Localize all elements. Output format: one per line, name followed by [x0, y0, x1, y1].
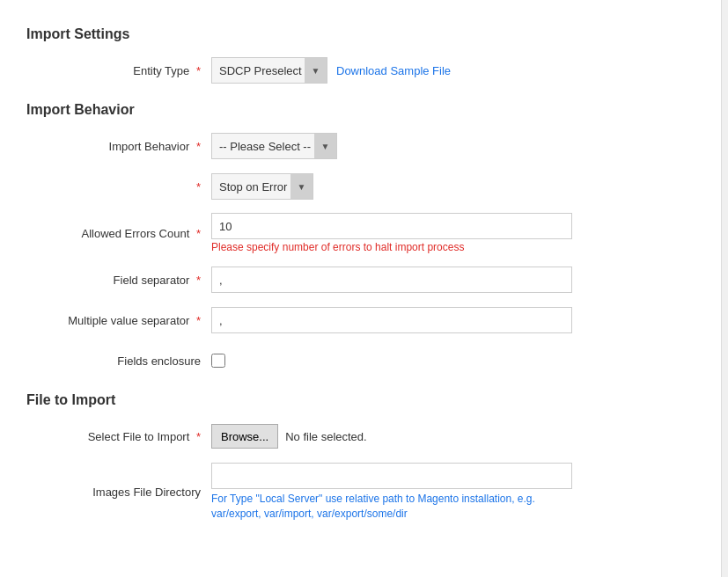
import-behavior-title: Import Behavior: [26, 102, 702, 118]
field-separator-label: Field separator *: [26, 274, 211, 287]
import-settings-section: Import Settings Entity Type * SDCP Prese…: [26, 26, 702, 84]
allowed-errors-label: Allowed Errors Count *: [26, 227, 211, 240]
multiple-value-separator-control: [211, 307, 702, 333]
images-directory-field-wrap: For Type "Local Server" use relative pat…: [211, 463, 572, 522]
entity-type-control: SDCP Preselect ▼ Download Sample File: [211, 57, 702, 84]
import-behavior-section: Import Behavior Import Behavior * -- Ple…: [26, 102, 702, 375]
file-to-import-section: File to Import Select File to Import * B…: [26, 392, 702, 522]
field-separator-row: Field separator *: [26, 266, 702, 294]
multiple-value-separator-row: Multiple value separator *: [26, 306, 702, 334]
import-behavior-control: -- Please Select -- Add/Update Replace D…: [211, 133, 702, 159]
allowed-errors-row: Allowed Errors Count * Please specify nu…: [26, 213, 702, 253]
entity-type-select[interactable]: SDCP Preselect: [211, 57, 327, 84]
import-behavior-row: Import Behavior * -- Please Select -- Ad…: [26, 132, 702, 160]
entity-type-label: Entity Type *: [26, 64, 211, 77]
import-behavior-select[interactable]: -- Please Select -- Add/Update Replace D…: [211, 133, 337, 159]
field-separator-required-star: *: [196, 274, 201, 287]
browse-button[interactable]: Browse...: [211, 424, 278, 449]
stop-on-error-select-wrapper: Stop on Error Skip Errors ▼: [211, 173, 313, 200]
allowed-errors-required-star: *: [196, 227, 201, 240]
allowed-errors-hint: Please specify number of errors to halt …: [211, 241, 572, 253]
import-settings-title: Import Settings: [26, 26, 702, 42]
stop-on-error-row: * Stop on Error Skip Errors ▼: [26, 172, 702, 201]
import-behavior-label: Import Behavior *: [26, 140, 211, 153]
download-sample-file-link[interactable]: Download Sample File: [336, 64, 451, 77]
images-file-directory-label: Images File Directory: [26, 486, 211, 499]
stop-on-error-required-star: *: [196, 180, 201, 194]
images-file-directory-control: For Type "Local Server" use relative pat…: [211, 463, 702, 522]
fields-enclosure-row: Fields enclosure: [26, 347, 702, 375]
select-file-row: Select File to Import * Browse... No fil…: [26, 422, 702, 450]
allowed-errors-field-wrap: Please specify number of errors to halt …: [211, 213, 572, 253]
multiple-value-separator-label: Multiple value separator *: [26, 314, 211, 327]
import-behavior-required-star: *: [196, 140, 201, 153]
field-separator-input[interactable]: [211, 267, 572, 293]
allowed-errors-input[interactable]: [211, 213, 572, 239]
images-file-directory-hint: For Type "Local Server" use relative pat…: [211, 492, 572, 522]
multiple-value-separator-input[interactable]: [211, 307, 572, 333]
stop-on-error-star-placeholder: *: [26, 180, 211, 194]
images-file-directory-row: Images File Directory For Type "Local Se…: [26, 463, 702, 522]
select-file-required-star: *: [196, 430, 201, 443]
field-separator-control: [211, 267, 702, 293]
fields-enclosure-checkbox[interactable]: [211, 354, 225, 368]
entity-type-required-star: *: [196, 64, 201, 77]
select-file-control: Browse... No file selected.: [211, 424, 702, 449]
multiple-value-separator-required-star: *: [196, 314, 201, 327]
images-file-directory-input[interactable]: [211, 463, 572, 489]
import-behavior-select-wrapper: -- Please Select -- Add/Update Replace D…: [211, 133, 337, 159]
entity-type-select-wrapper: SDCP Preselect ▼: [211, 57, 327, 84]
scrollbar[interactable]: [721, 0, 728, 577]
select-file-label: Select File to Import *: [26, 430, 211, 443]
file-to-import-title: File to Import: [26, 392, 702, 408]
entity-type-row: Entity Type * SDCP Preselect ▼ Download …: [26, 56, 702, 84]
stop-on-error-control: Stop on Error Skip Errors ▼: [211, 173, 702, 200]
no-file-text: No file selected.: [285, 430, 367, 443]
fields-enclosure-label: Fields enclosure: [26, 354, 211, 368]
allowed-errors-control: Please specify number of errors to halt …: [211, 213, 702, 253]
fields-enclosure-control: [211, 354, 702, 368]
stop-on-error-select[interactable]: Stop on Error Skip Errors: [211, 173, 313, 200]
